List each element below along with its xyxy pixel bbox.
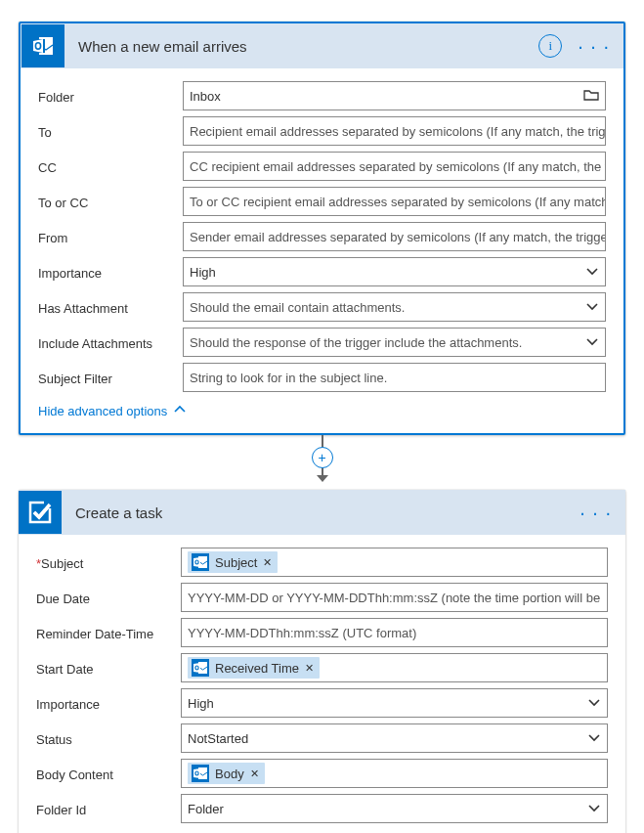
startdate-input[interactable]: Received Time ✕ — [181, 653, 608, 682]
folderid-select[interactable]: Folder — [181, 794, 608, 823]
dynamic-token-body[interactable]: Body ✕ — [188, 763, 265, 784]
reminder-input[interactable]: YYYY-MM-DDThh:mm:ssZ (UTC format) — [181, 618, 608, 647]
includeatt-placeholder: Should the response of the trigger inclu… — [190, 335, 585, 350]
startdate-label: Start Date — [36, 660, 181, 677]
action-header[interactable]: Create a task · · · — [19, 490, 625, 535]
chevron-down-icon — [585, 300, 599, 314]
hasatt-select[interactable]: Should the email contain attachments. — [183, 292, 606, 322]
trigger-card: When a new email arrives i · · · Folder … — [19, 22, 625, 435]
trigger-header[interactable]: When a new email arrives i · · · — [21, 23, 623, 68]
reminder-label: Reminder Date-Time — [36, 625, 181, 641]
from-input[interactable]: Sender email addresses separated by semi… — [183, 222, 606, 251]
remove-token-icon[interactable]: ✕ — [263, 556, 272, 569]
remove-token-icon[interactable]: ✕ — [250, 767, 259, 780]
folder-value: Inbox — [190, 89, 221, 104]
status-label: Status — [36, 730, 181, 747]
remove-token-icon[interactable]: ✕ — [305, 662, 314, 675]
cc-input[interactable]: CC recipient email addresses separated b… — [183, 152, 606, 181]
subject-input[interactable]: Subject ✕ — [181, 548, 608, 577]
importance-select[interactable]: High — [181, 688, 608, 718]
importance-value: High — [190, 265, 216, 280]
token-label: Received Time — [215, 661, 299, 676]
duedate-input[interactable]: YYYY-MM-DD or YYYY-MM-DDThh:mm:ssZ (note… — [181, 583, 608, 612]
dynamic-token-subject[interactable]: Subject ✕ — [188, 551, 278, 573]
trigger-title: When a new email arrives — [64, 38, 538, 55]
folder-picker-icon[interactable] — [583, 87, 599, 105]
toorcc-label: To or CC — [38, 194, 183, 210]
outlook-icon — [192, 553, 209, 571]
arrow-down-icon — [314, 466, 331, 484]
more-menu-icon[interactable]: · · · — [574, 502, 618, 524]
to-input[interactable]: Recipient email addresses separated by s… — [183, 116, 606, 146]
status-value: NotStarted — [188, 731, 248, 746]
chevron-down-icon — [587, 696, 601, 710]
outlook-icon — [192, 659, 209, 677]
bodycontent-input[interactable]: Body ✕ — [181, 759, 608, 788]
info-icon[interactable]: i — [538, 34, 562, 58]
dynamic-token-receivedtime[interactable]: Received Time ✕ — [188, 657, 320, 679]
subjectfilter-label: Subject Filter — [38, 370, 183, 386]
hasatt-label: Has Attachment — [38, 299, 183, 316]
importance-label: Importance — [36, 695, 181, 712]
flow-connector: + — [16, 435, 628, 490]
folder-label: Folder — [38, 88, 183, 105]
cc-label: CC — [38, 158, 183, 175]
folderid-label: Folder Id — [36, 801, 181, 817]
action-card: Create a task · · · *Subject Subject ✕ D… — [19, 490, 625, 833]
importance-value: High — [188, 696, 214, 711]
includeatt-label: Include Attachments — [38, 334, 183, 351]
status-select[interactable]: NotStarted — [181, 723, 608, 753]
chevron-down-icon — [585, 265, 599, 279]
chevron-down-icon — [587, 731, 601, 745]
more-menu-icon[interactable]: · · · — [572, 35, 616, 58]
importance-select[interactable]: High — [183, 257, 606, 286]
tasks-icon — [19, 491, 62, 534]
chevron-down-icon — [587, 802, 601, 815]
token-label: Body — [215, 767, 244, 781]
hasatt-placeholder: Should the email contain attachments. — [190, 300, 585, 315]
from-label: From — [38, 229, 183, 245]
subject-label: *Subject — [36, 554, 181, 571]
token-label: Subject — [215, 555, 257, 570]
to-label: To — [38, 123, 183, 140]
chevron-up-icon — [173, 403, 187, 419]
bodycontent-label: Body Content — [36, 766, 181, 782]
includeatt-select[interactable]: Should the response of the trigger inclu… — [183, 328, 606, 357]
outlook-icon — [192, 765, 209, 782]
folderid-value: Folder — [188, 802, 224, 816]
hide-advanced-link[interactable]: Hide advanced options — [38, 403, 606, 419]
add-step-button[interactable]: + — [312, 447, 333, 468]
outlook-icon — [21, 24, 64, 67]
action-title: Create a task — [62, 504, 574, 521]
hide-advanced-label: Hide advanced options — [38, 404, 167, 418]
folder-input[interactable]: Inbox — [183, 81, 606, 110]
importance-label: Importance — [38, 264, 183, 281]
subjectfilter-input[interactable]: String to look for in the subject line. — [183, 363, 606, 392]
duedate-label: Due Date — [36, 590, 181, 606]
toorcc-input[interactable]: To or CC recipient email addresses separ… — [183, 187, 606, 216]
chevron-down-icon — [585, 335, 599, 349]
